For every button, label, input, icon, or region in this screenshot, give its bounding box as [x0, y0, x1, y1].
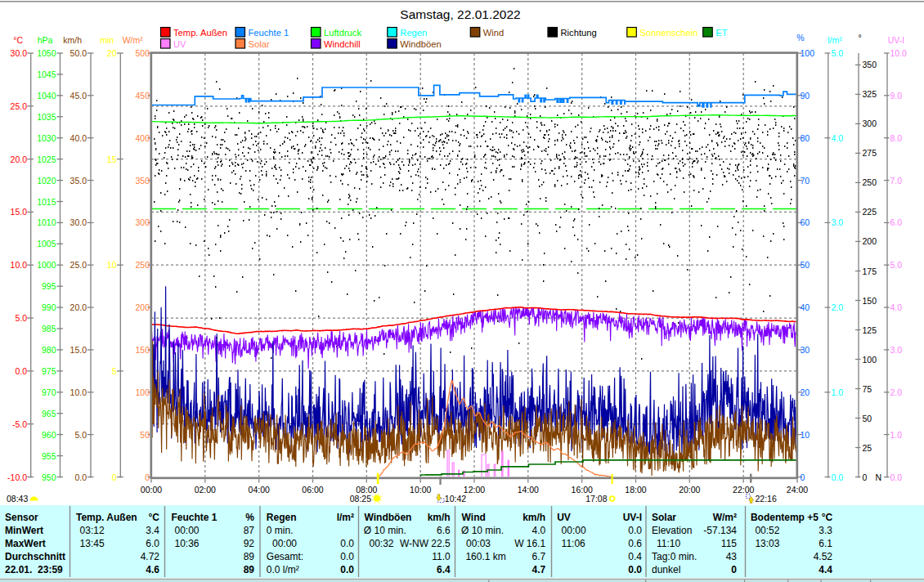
svg-text:00:00: 00:00 [141, 485, 162, 495]
svg-text:250: 250 [135, 260, 150, 270]
svg-text:20: 20 [107, 48, 117, 58]
svg-text:5.0: 5.0 [15, 313, 27, 323]
svg-text:960: 960 [42, 430, 56, 440]
svg-text:92: 92 [244, 538, 255, 549]
svg-text:4.0: 4.0 [890, 302, 903, 312]
svg-text:dunkel: dunkel [652, 564, 680, 575]
svg-text:0.0: 0.0 [832, 472, 844, 482]
svg-text:965: 965 [42, 409, 56, 419]
svg-text:1050: 1050 [37, 48, 56, 58]
svg-text:l/m²: l/m² [828, 35, 842, 45]
svg-text:08:43: 08:43 [7, 494, 28, 504]
svg-text:300: 300 [863, 119, 877, 128]
svg-text:50: 50 [140, 430, 150, 440]
svg-text:350: 350 [863, 60, 877, 69]
svg-text:4.52: 4.52 [814, 551, 833, 562]
svg-text:50.0: 50.0 [70, 48, 87, 58]
svg-text:4.4: 4.4 [819, 564, 832, 575]
svg-text:100: 100 [135, 387, 150, 397]
svg-text:6.7: 6.7 [532, 551, 546, 562]
svg-text:%: % [245, 512, 254, 523]
svg-text:Samstag, 22.01.2022: Samstag, 22.01.2022 [400, 7, 520, 21]
svg-text:22:16: 22:16 [756, 494, 777, 504]
svg-text:25.0: 25.0 [70, 260, 87, 270]
svg-text:MaxWert: MaxWert [5, 538, 46, 549]
svg-text:°C: °C [149, 512, 160, 523]
svg-text:4.6: 4.6 [146, 564, 159, 575]
svg-text:km/h: km/h [523, 512, 545, 523]
svg-text:500: 500 [135, 48, 150, 58]
svg-text:40: 40 [801, 302, 810, 312]
svg-text:Tag:0 min.: Tag:0 min. [652, 551, 697, 562]
svg-text:40.0: 40.0 [70, 133, 87, 143]
svg-text:Feuchte 1: Feuchte 1 [249, 28, 289, 38]
svg-text:70: 70 [801, 176, 810, 186]
svg-text:970: 970 [42, 387, 56, 397]
svg-text:20.0: 20.0 [70, 302, 87, 312]
svg-text:5.0: 5.0 [832, 48, 844, 58]
svg-text:17:08: 17:08 [585, 494, 607, 504]
svg-text:00:32: 00:32 [370, 538, 394, 549]
svg-text:Sensor: Sensor [5, 512, 38, 523]
svg-text:6.1: 6.1 [819, 538, 832, 549]
svg-text:80: 80 [801, 133, 810, 143]
svg-text:10:36: 10:36 [175, 538, 200, 549]
svg-text:3.3: 3.3 [819, 525, 832, 536]
svg-text:100: 100 [801, 48, 815, 58]
svg-text:03:12: 03:12 [80, 525, 105, 536]
svg-text:1.0: 1.0 [832, 387, 844, 397]
svg-text:Luftdruck: Luftdruck [324, 28, 361, 38]
svg-text:°C: °C [822, 512, 833, 523]
svg-text:02:00: 02:00 [195, 485, 216, 495]
svg-text:1040: 1040 [37, 91, 56, 101]
svg-text:15.0: 15.0 [70, 345, 87, 355]
svg-text:km/h: km/h [63, 35, 82, 45]
svg-text:UV-I: UV-I [623, 512, 642, 523]
svg-text:Solar: Solar [249, 39, 270, 49]
svg-text:%: % [796, 33, 804, 43]
svg-text:10:42: 10:42 [445, 494, 466, 504]
svg-text:1045: 1045 [37, 69, 56, 79]
svg-text:Ø 10 min.: Ø 10 min. [364, 525, 406, 536]
svg-text:1025: 1025 [37, 154, 56, 164]
svg-text:-5.0: -5.0 [12, 419, 27, 429]
svg-text:5.0: 5.0 [74, 430, 87, 440]
svg-text:20.0: 20.0 [11, 154, 28, 164]
svg-text:160.1 km: 160.1 km [465, 551, 505, 562]
svg-text:Regen: Regen [400, 28, 427, 38]
svg-text:0.0: 0.0 [340, 564, 354, 575]
svg-text:3.4: 3.4 [146, 525, 159, 536]
svg-text:11:06: 11:06 [562, 538, 585, 549]
svg-text:Gesamt:: Gesamt: [267, 551, 303, 562]
svg-text:20: 20 [801, 387, 810, 397]
svg-text:04:00: 04:00 [249, 485, 270, 495]
svg-text:275: 275 [863, 148, 877, 158]
svg-text:3.0: 3.0 [832, 217, 844, 227]
svg-text:10.0: 10.0 [70, 387, 87, 397]
svg-text:25.0: 25.0 [11, 101, 28, 111]
svg-text:W/m²: W/m² [713, 512, 737, 523]
svg-text:89: 89 [244, 564, 255, 575]
svg-text:450: 450 [135, 91, 150, 101]
svg-text:6.0: 6.0 [890, 217, 903, 227]
svg-text:10.0: 10.0 [11, 260, 28, 270]
svg-text:0.6: 0.6 [628, 538, 642, 549]
svg-text:13:45: 13:45 [80, 538, 105, 549]
svg-text:Temp. Außen: Temp. Außen [173, 28, 227, 38]
svg-text:6.4: 6.4 [437, 564, 451, 575]
svg-text:30: 30 [801, 345, 810, 355]
svg-text:90: 90 [801, 91, 810, 101]
svg-text:14:00: 14:00 [518, 485, 539, 495]
svg-text:km/h: km/h [428, 512, 451, 523]
svg-text:hPa: hPa [38, 35, 53, 45]
svg-text:0.0 l/m²: 0.0 l/m² [267, 564, 299, 575]
svg-text:°C: °C [13, 35, 23, 45]
svg-text:5.0: 5.0 [890, 260, 903, 270]
svg-text:0.0: 0.0 [15, 366, 27, 376]
svg-text:06:00: 06:00 [302, 485, 323, 495]
svg-text:89: 89 [244, 551, 255, 562]
svg-text:0: 0 [731, 564, 737, 575]
svg-text:ET: ET [715, 28, 727, 38]
svg-text:60: 60 [801, 217, 810, 227]
svg-text:50: 50 [801, 260, 810, 270]
